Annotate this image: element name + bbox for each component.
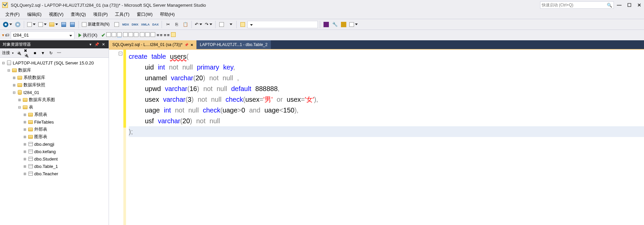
res3-button[interactable] (151, 32, 155, 38)
play-icon (78, 33, 81, 37)
mdx-button[interactable]: MDX (121, 20, 130, 29)
sql-toolbar: ▾ 🏷 t284_01 执行(X) ✔ ≡ ≡ ≡ ≡ (0, 30, 644, 40)
undo-button[interactable]: ↶ (194, 20, 203, 29)
refresh-icon[interactable]: ↻ (48, 50, 54, 56)
indent1-button[interactable]: ≡ (157, 33, 159, 38)
paste-button[interactable]: 📋 (181, 20, 189, 29)
parse-button[interactable]: ✔ (101, 32, 106, 38)
file-tables-node[interactable]: ⊞FileTables (0, 118, 109, 126)
menu-query[interactable]: 查询(Q) (67, 10, 89, 18)
sys-tables-node[interactable]: ⊞系统表 (0, 111, 109, 118)
table-row[interactable]: ⊞dbo.kefang (0, 148, 109, 155)
menu-window[interactable]: 窗口(W) (133, 10, 156, 18)
object-tree[interactable]: ⊟LAPTOP-HLAU2TJT (SQL Server 15.0.20 ⊟数据… (0, 58, 109, 225)
maximize-button[interactable]: ☐ (627, 2, 632, 8)
ext1-button[interactable] (322, 20, 330, 29)
tab-label: LAPTOP-HLAU2TJT...1 - dbo.Table_2 (200, 42, 268, 47)
table-row[interactable]: ⊞dbo.Teacher (0, 170, 109, 177)
plan-button[interactable] (106, 32, 111, 38)
new-project-button[interactable] (26, 20, 37, 29)
new-query-button[interactable]: 新建查询(N) (81, 20, 112, 29)
main-area: 对象资源管理器 ▾ 📌 ✕ 连接▾ 🔌 ✖🔌 ■ ▼ ↻ 〰 ⊟LAPTOP-H… (0, 40, 644, 225)
table-row[interactable]: ⊞dbo.Table_1 (0, 163, 109, 170)
execute-button[interactable]: 执行(X) (76, 31, 100, 39)
object-explorer-title: 对象资源管理器 (3, 42, 31, 47)
db-snapshot-node[interactable]: ⊞数据库快照 (0, 81, 109, 89)
result-text-button[interactable] (117, 32, 122, 38)
nav-back-button[interactable] (2, 20, 13, 29)
res2-button[interactable] (145, 32, 150, 38)
pin-icon[interactable]: 📌 (94, 42, 100, 47)
ext3-button[interactable] (348, 20, 359, 29)
res1-button[interactable] (140, 32, 144, 38)
panel-menu-icon[interactable]: ▾ (88, 42, 93, 47)
menu-project[interactable]: 项目(P) (90, 10, 111, 18)
disconnect-icon[interactable]: ✖🔌 (24, 50, 30, 56)
graph-tables-node[interactable]: ⊞图形表 (0, 133, 109, 140)
tab-active[interactable]: SQLQuery2.sql - L....t284_01 (sa (73))* … (109, 40, 196, 49)
ext2-button[interactable] (340, 20, 348, 29)
opt1-button[interactable] (123, 32, 128, 38)
table-row[interactable]: ⊞dbo.Student (0, 155, 109, 163)
uncomment-button[interactable]: ≡ (167, 33, 170, 38)
save-button[interactable] (60, 20, 68, 29)
connect-icon[interactable]: 🔌 (16, 50, 22, 56)
quick-launch-input[interactable] (542, 3, 607, 7)
opt3-button[interactable] (134, 32, 138, 38)
database-combo[interactable]: t284_01 (11, 31, 74, 39)
menu-tools[interactable]: 工具(T) (112, 10, 133, 18)
wrench-button[interactable]: 🔧 (331, 20, 339, 29)
opt2-button[interactable] (128, 32, 133, 38)
close-icon[interactable]: × (190, 42, 193, 47)
menu-file[interactable]: 文件(F) (2, 10, 23, 18)
databases-node[interactable]: ⊟数据库 (0, 66, 109, 74)
table-row[interactable]: ⊞dbo.dengji (0, 140, 109, 148)
code-editor[interactable]: create table users( uid int not null pri… (127, 50, 644, 225)
server-node[interactable]: ⊟LAPTOP-HLAU2TJT (SQL Server 15.0.20 (0, 59, 109, 66)
indent2-button[interactable]: ≡ (160, 33, 163, 38)
stats-drop-button[interactable] (226, 20, 234, 29)
fold-icon[interactable]: − (119, 52, 122, 55)
solution-combo[interactable] (247, 21, 318, 28)
sys-db-node[interactable]: ⊞系统数据库 (0, 74, 109, 81)
pin-icon[interactable]: 📌 (184, 43, 188, 47)
menu-edit[interactable]: 编辑(E) (24, 10, 45, 18)
minimize-button[interactable]: — (617, 2, 622, 8)
object-explorer-panel: 对象资源管理器 ▾ 📌 ✕ 连接▾ 🔌 ✖🔌 ■ ▼ ↻ 〰 ⊟LAPTOP-H… (0, 40, 109, 225)
open-file-button[interactable] (48, 20, 59, 29)
close-button[interactable]: ✕ (637, 2, 642, 8)
ext-tables-node[interactable]: ⊞外部表 (0, 126, 109, 133)
nav-fwd-button[interactable] (14, 20, 22, 29)
activity-button[interactable] (239, 20, 247, 29)
quick-launch-box[interactable]: 🔍 (540, 1, 614, 9)
activity-icon[interactable]: 〰 (56, 50, 62, 56)
panel-close-icon[interactable]: ✕ (101, 42, 106, 47)
result-grid-button[interactable] (112, 32, 116, 38)
search-icon[interactable]: 🔍 (607, 3, 612, 8)
tables-node[interactable]: ⊟表 (0, 103, 109, 111)
dax-button[interactable]: DAX (151, 20, 160, 29)
redo-button[interactable]: ↷ (204, 20, 213, 29)
copy-button[interactable]: ⎘ (173, 20, 181, 29)
tag-button[interactable]: 🏷 (5, 33, 9, 38)
dmx-button[interactable]: DMX (131, 20, 139, 29)
tab-inactive[interactable]: LAPTOP-HLAU2TJT...1 - dbo.Table_2 (196, 40, 271, 49)
query-type-button[interactable] (113, 20, 121, 29)
cut-button[interactable]: ✂ (164, 20, 172, 29)
xmla-button[interactable]: XMLA (140, 20, 151, 29)
new-item-button[interactable] (37, 20, 48, 29)
connect-label[interactable]: 连接 (2, 50, 10, 56)
save-all-button[interactable] (68, 20, 76, 29)
comment-button[interactable]: ≡ (164, 33, 167, 38)
editor-body[interactable]: − create table users( uid int not null p… (109, 49, 644, 225)
main-toolbar: 新建查询(N) MDX DMX XMLA DAX ✂ ⎘ 📋 ↶ ↷ 🔧 (0, 19, 644, 30)
intellisense-button[interactable] (171, 32, 176, 38)
menu-view[interactable]: 视图(V) (46, 10, 67, 18)
db-node[interactable]: ⊟t284_01 (0, 89, 109, 96)
menu-help[interactable]: 帮助(H) (157, 10, 178, 18)
db-diagram-node[interactable]: ⊞数据库关系图 (0, 96, 109, 103)
stats-button[interactable] (218, 20, 226, 29)
filter-icon[interactable]: ▼ (40, 50, 46, 56)
drill-button[interactable]: ▾ (2, 33, 4, 38)
stop-conn-icon[interactable]: ■ (32, 50, 38, 56)
